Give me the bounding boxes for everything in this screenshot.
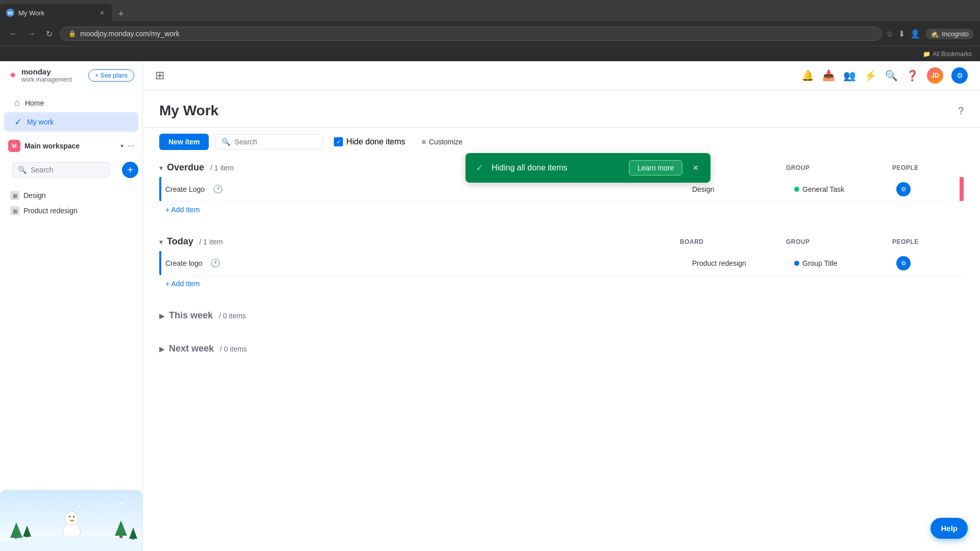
sidebar-boards: ▦ Design ▦ Product redesign	[0, 184, 142, 222]
workspace-options-icon[interactable]: ···	[128, 141, 134, 151]
today-count: / 1 item	[198, 238, 223, 246]
board-icon-product-redesign: ▦	[10, 206, 19, 215]
sidebar-add-button[interactable]: +	[122, 162, 138, 178]
incognito-label: Incognito	[942, 30, 969, 38]
row-board: Design	[688, 181, 790, 198]
board-label-design: Design	[23, 191, 46, 199]
notification-bell-icon[interactable]: 🔔	[801, 69, 814, 82]
today-table-body: Create logo 🕐 Product redesign Group Tit…	[159, 251, 964, 292]
row-status-indicator	[960, 177, 964, 201]
group-dot-today	[794, 261, 799, 266]
my-work-icon: ✓	[14, 116, 22, 128]
customize-button[interactable]: ≡ Customize	[416, 135, 468, 149]
row-main[interactable]: Create Logo 🕐	[159, 180, 688, 198]
group-dot	[794, 187, 799, 192]
back-button[interactable]: ←	[6, 27, 20, 40]
workspace-avatar: M	[8, 140, 20, 152]
today-toggle[interactable]: ▾	[159, 238, 163, 246]
row-indicator	[159, 177, 161, 201]
tab-favicon: m	[6, 9, 14, 17]
this-week-section-header[interactable]: ▶ This week / 0 items	[159, 304, 964, 325]
sidebar-item-my-work-label: My work	[27, 118, 54, 126]
table-row: Create logo 🕐 Product redesign Group Tit…	[159, 251, 964, 276]
next-week-count: / 0 items	[218, 345, 247, 353]
people-col-header: People	[892, 164, 964, 171]
reload-button[interactable]: ↻	[43, 27, 56, 41]
board-label-product-redesign: Product redesign	[23, 207, 78, 215]
bookmark-star-icon[interactable]: ☆	[886, 29, 893, 39]
new-item-button[interactable]: New item	[159, 134, 209, 150]
row-indicator	[159, 251, 161, 275]
app-container: ✓ Hiding all done items Learn more × ✦ m…	[0, 61, 980, 551]
add-item-label: + Add Item	[165, 206, 200, 214]
row-group: General Task	[790, 181, 892, 197]
new-tab-button[interactable]: +	[114, 7, 128, 21]
sidebar-item-home[interactable]: ⌂ Home	[4, 93, 138, 112]
sidebar: ✦ monday work management + See plans ⌂ H…	[0, 61, 143, 551]
add-item-row[interactable]: + Add Item	[159, 202, 964, 218]
bookmarks-label: All Bookmarks	[933, 51, 972, 58]
row-name: Create Logo	[165, 185, 205, 193]
logo-sub: work management	[21, 76, 72, 83]
banner-check-icon: ✓	[476, 162, 483, 173]
overdue-toggle[interactable]: ▾	[159, 164, 163, 172]
people-icon[interactable]: 👥	[843, 69, 856, 82]
row-main-today[interactable]: Create logo 🕐	[159, 254, 688, 272]
sidebar-search-input[interactable]	[31, 166, 104, 174]
this-week-toggle[interactable]: ▶	[159, 312, 165, 320]
banner-close-button[interactable]: ×	[691, 163, 700, 173]
snow-particle	[107, 496, 108, 497]
incognito-badge: 🕵 Incognito	[925, 29, 974, 39]
row-board-today: Product redesign	[688, 255, 790, 272]
see-plans-button[interactable]: + See plans	[88, 69, 134, 82]
workspace-header[interactable]: M Main workspace ▾ ···	[0, 136, 142, 156]
forward-button[interactable]: →	[24, 27, 39, 40]
inbox-icon[interactable]: 📥	[822, 69, 835, 82]
learn-more-button[interactable]: Learn more	[629, 160, 683, 176]
tab-title: My Work	[18, 9, 94, 17]
sidebar-board-design[interactable]: ▦ Design	[0, 188, 142, 203]
add-item-row-today[interactable]: + Add Item	[159, 276, 964, 292]
sidebar-board-product-redesign[interactable]: ▦ Product redesign	[0, 203, 142, 218]
search-box[interactable]: 🔍	[215, 134, 323, 149]
bookmarks-folder[interactable]: 📁 All Bookmarks	[923, 51, 972, 58]
user-avatar[interactable]: JD	[927, 67, 943, 84]
workspace-name: Main workspace	[24, 142, 116, 150]
profile-icon[interactable]: 👤	[910, 29, 920, 39]
app-topbar: ⊞ 🔔 📥 👥 ⚡ 🔍 ❓ JD ⚙	[143, 61, 980, 90]
row-board-name-today: Product redesign	[692, 259, 746, 267]
snow-particle	[50, 511, 51, 512]
sidebar-item-home-label: Home	[25, 99, 44, 107]
integrations-icon[interactable]: ⚡	[864, 69, 877, 82]
download-icon[interactable]: ⬇	[898, 29, 905, 39]
tree-right	[115, 520, 127, 540]
sidebar-search-box[interactable]: 🔍	[12, 162, 110, 178]
customize-label: Customize	[429, 138, 462, 146]
people-col-header-today: People	[892, 238, 964, 245]
hide-done-checkbox[interactable]: ✓	[334, 137, 343, 146]
next-week-toggle[interactable]: ▶	[159, 345, 165, 353]
active-tab[interactable]: m My Work ×	[0, 4, 112, 21]
row-clock-icon-today: 🕐	[210, 258, 220, 268]
incognito-icon: 🕵	[930, 30, 939, 38]
group-col-header-today: Group	[786, 238, 888, 245]
board-icon-design: ▦	[10, 191, 19, 200]
help-icon[interactable]: ❓	[906, 69, 919, 82]
page-help-icon[interactable]: ?	[958, 105, 964, 117]
hide-done-items-toggle[interactable]: ✓ Hide done items	[329, 134, 410, 149]
search-input[interactable]	[234, 138, 316, 146]
address-bar[interactable]: 🔒 moodjoy.monday.com/my_work	[60, 27, 882, 41]
apps-grid-icon[interactable]: ⊞	[155, 69, 164, 82]
page-title: My Work	[159, 103, 218, 119]
tab-close-button[interactable]: ×	[98, 8, 106, 18]
help-button[interactable]: Help	[930, 518, 968, 539]
snow-particle	[29, 499, 30, 500]
tab-bar: m My Work × +	[0, 0, 980, 21]
settings-gear-icon[interactable]: ⚙	[951, 67, 968, 84]
sidebar-header: ✦ monday work management + See plans	[0, 61, 142, 89]
search-icon[interactable]: 🔍	[885, 69, 898, 82]
sidebar-search-row: 🔍 +	[0, 156, 142, 184]
sidebar-item-my-work[interactable]: ✓ My work	[4, 112, 138, 132]
next-week-section-header[interactable]: ▶ Next week / 0 items	[159, 337, 964, 358]
group-col-header: Group	[786, 164, 888, 171]
